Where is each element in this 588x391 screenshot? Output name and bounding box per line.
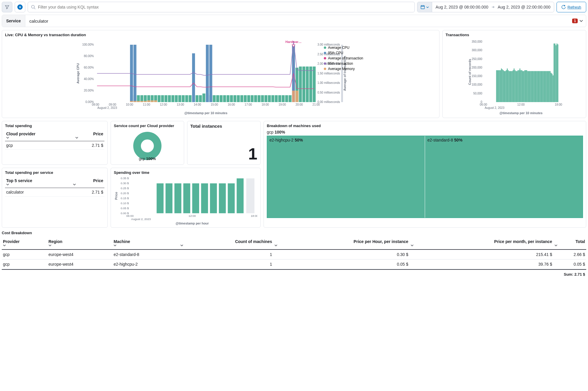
- svg-text:95th CPU: 95th CPU: [328, 51, 343, 55]
- svg-rect-190: [547, 71, 548, 102]
- svg-text:11:00: 11:00: [143, 103, 150, 106]
- date-from: Aug 2, 2023 @ 08:00:00.000: [436, 5, 488, 9]
- table-row[interactable]: gcpeurope-west4e2-highcpu-210.05 $39.76 …: [2, 259, 586, 269]
- col-price-per-month-per-instance[interactable]: Price per month, per instance: [409, 237, 553, 249]
- svg-text:150,000: 150,000: [472, 74, 482, 78]
- date-range-picker[interactable]: Aug 2, 2023 @ 08:00:00.000 Aug 2, 2023 @…: [417, 2, 554, 12]
- svg-rect-221: [183, 183, 190, 213]
- svg-rect-42: [171, 95, 174, 102]
- svg-text:18:00: 18:00: [251, 214, 257, 217]
- svg-text:August 2, 2023: August 2, 2023: [131, 217, 151, 221]
- svg-rect-171: [528, 71, 529, 102]
- refresh-button[interactable]: Refresh: [557, 2, 586, 12]
- svg-rect-189: [546, 71, 547, 102]
- add-filter-button[interactable]: +: [15, 2, 25, 12]
- svg-rect-63: [244, 95, 247, 102]
- chevron-down-icon[interactable]: [579, 19, 583, 23]
- svg-line-1: [34, 8, 35, 9]
- chevron-down-icon: [426, 6, 429, 9]
- svg-text:18:00: 18:00: [555, 103, 562, 106]
- service-value[interactable]: calculator: [25, 19, 572, 24]
- svg-rect-176: [533, 71, 534, 102]
- chevron-down-icon: [6, 183, 9, 186]
- svg-rect-97: [154, 100, 157, 102]
- col-cloud-provider[interactable]: Cloud provider: [5, 130, 74, 141]
- col-price[interactable]: Price: [74, 130, 104, 141]
- chart-spending: 0.00 $0.05 $0.10 $0.15 $0.20 $0.25 $0.30…: [114, 177, 257, 225]
- svg-rect-186: [543, 71, 544, 102]
- svg-text:Count of records: Count of records: [468, 59, 471, 85]
- svg-rect-70: [268, 95, 271, 102]
- col-region[interactable]: Region: [47, 237, 113, 249]
- svg-point-120: [324, 46, 326, 49]
- treemap-cell[interactable]: e2-highcpu-2 50%: [267, 136, 425, 218]
- svg-rect-43: [175, 95, 178, 102]
- svg-rect-155: [513, 70, 514, 102]
- filter-icon[interactable]: [2, 2, 12, 12]
- metric-value: 1: [248, 146, 257, 162]
- calendar-icon[interactable]: [417, 2, 432, 12]
- svg-rect-192: [549, 71, 549, 102]
- svg-rect-87: [206, 45, 209, 102]
- col-provider[interactable]: Provider: [2, 237, 47, 249]
- svg-point-126: [324, 62, 326, 65]
- svg-rect-199: [555, 45, 556, 102]
- svg-rect-149: [507, 69, 508, 102]
- svg-rect-198: [554, 44, 555, 102]
- svg-rect-226: [228, 183, 235, 213]
- treemap-cell[interactable]: e2-standard-8 50%: [425, 136, 583, 218]
- svg-rect-154: [512, 71, 512, 102]
- svg-rect-54: [213, 95, 216, 102]
- col-price-per-hour-per-instance[interactable]: Price per Hour, per instance: [273, 237, 409, 249]
- table-row[interactable]: gcpeurope-west4e2-standard-810.30 $215.4…: [2, 249, 586, 259]
- treemap: e2-highcpu-2 50% e2-standard-8 50%: [267, 136, 583, 218]
- svg-rect-146: [504, 71, 505, 102]
- svg-rect-59: [230, 95, 233, 102]
- svg-rect-193: [550, 71, 551, 102]
- table-row[interactable]: calculator 2.71 $: [5, 188, 104, 197]
- svg-text:August 2, 2023: August 2, 2023: [484, 106, 504, 109]
- svg-rect-170: [527, 71, 528, 102]
- cell-provider: gcp: [5, 141, 74, 150]
- svg-rect-76: [289, 95, 291, 102]
- col-count-of-machines[interactable]: Count of machines: [179, 237, 273, 249]
- col-service[interactable]: Top 5 service: [5, 177, 72, 188]
- svg-rect-158: [516, 71, 517, 102]
- svg-text:0.20 $: 0.20 $: [121, 192, 129, 195]
- svg-text:12:00: 12:00: [160, 103, 167, 106]
- svg-rect-94: [144, 101, 147, 102]
- col-machine[interactable]: Machine: [112, 237, 179, 249]
- svg-rect-68: [261, 95, 264, 102]
- svg-rect-165: [522, 71, 523, 102]
- svg-text:50,000: 50,000: [473, 92, 482, 95]
- svg-rect-45: [182, 95, 185, 102]
- refresh-icon: [562, 5, 566, 9]
- svg-text:08:00: 08:00: [92, 103, 99, 106]
- table-row[interactable]: gcp 2.71 $: [5, 141, 104, 150]
- svg-text:14:00: 14:00: [194, 103, 201, 106]
- panel-total-spending: Total spending Cloud provider Price gcp …: [2, 121, 108, 165]
- svg-text:13:00: 13:00: [177, 103, 184, 106]
- search-input[interactable]: [38, 2, 412, 12]
- panel-title: Transactions: [446, 33, 583, 37]
- svg-rect-178: [535, 71, 536, 102]
- col-price[interactable]: Price: [72, 177, 104, 188]
- svg-text:10:00: 10:00: [126, 103, 133, 106]
- svg-text:Average Memory: Average Memory: [328, 67, 355, 71]
- svg-rect-138: [496, 70, 497, 102]
- svg-rect-169: [526, 70, 527, 102]
- svg-rect-50: [199, 95, 202, 102]
- svg-rect-143: [501, 69, 502, 102]
- svg-text:40.00%: 40.00%: [84, 77, 94, 81]
- svg-rect-184: [541, 71, 542, 102]
- svg-rect-58: [226, 95, 229, 102]
- col-total[interactable]: Total: [553, 237, 586, 249]
- svg-text:300,000: 300,000: [472, 49, 482, 52]
- svg-rect-166: [523, 71, 524, 102]
- svg-rect-38: [158, 95, 161, 102]
- svg-rect-71: [271, 95, 274, 102]
- search-input-container[interactable]: [28, 2, 415, 12]
- svg-rect-145: [503, 70, 504, 102]
- svg-text:0.00 milliseconds: 0.00 milliseconds: [317, 100, 340, 104]
- svg-rect-157: [514, 70, 515, 102]
